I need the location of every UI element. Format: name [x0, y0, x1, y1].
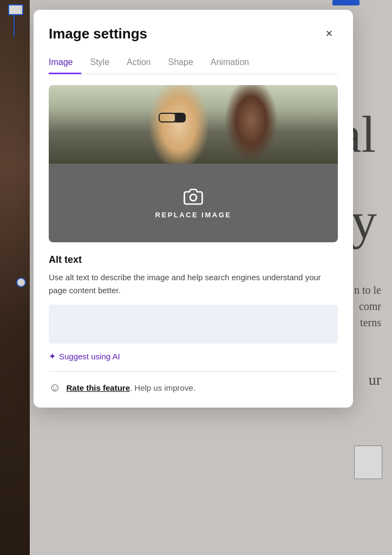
rate-feature-row: ☺ Rate this feature. Help us improve.: [49, 380, 338, 395]
tab-action[interactable]: Action: [118, 53, 159, 74]
tab-image[interactable]: Image: [49, 53, 81, 74]
tab-animation[interactable]: Animation: [202, 53, 258, 74]
alt-text-section: Alt text Use alt text to describe the im…: [49, 254, 338, 351]
modal-header: Image settings ×: [49, 25, 338, 42]
alt-text-input[interactable]: [49, 305, 338, 344]
modal-title: Image settings: [49, 25, 147, 42]
alt-text-heading: Alt text: [49, 254, 338, 266]
divider: [49, 371, 338, 372]
svg-point-0: [190, 195, 197, 201]
close-button[interactable]: ×: [321, 25, 338, 42]
suggest-ai-label: Suggest using AI: [59, 352, 120, 361]
wand-icon: ✦: [49, 351, 56, 362]
suggest-ai-link[interactable]: ✦ Suggest using AI: [49, 351, 338, 362]
rate-feature-suffix: . Help us improve.: [130, 383, 195, 392]
smiley-icon: ☺: [49, 380, 61, 395]
tab-bar: Image Style Action Shape Animation: [49, 53, 338, 74]
replace-image-overlay[interactable]: REPLACE IMAGE: [49, 164, 338, 242]
replace-image-label: REPLACE IMAGE: [155, 211, 232, 219]
rate-feature-text: Rate this feature. Help us improve.: [66, 383, 195, 392]
tab-style[interactable]: Style: [81, 53, 118, 74]
alt-text-description: Use alt text to describe the image and h…: [49, 271, 338, 297]
camera-icon: [184, 187, 203, 206]
image-settings-modal: Image settings × Image Style Action Shap…: [34, 10, 353, 408]
image-preview-container: REPLACE IMAGE: [49, 85, 338, 242]
rate-feature-link[interactable]: Rate this feature: [66, 383, 130, 392]
photo-preview-top: [49, 85, 338, 164]
tab-shape[interactable]: Shape: [160, 53, 202, 74]
